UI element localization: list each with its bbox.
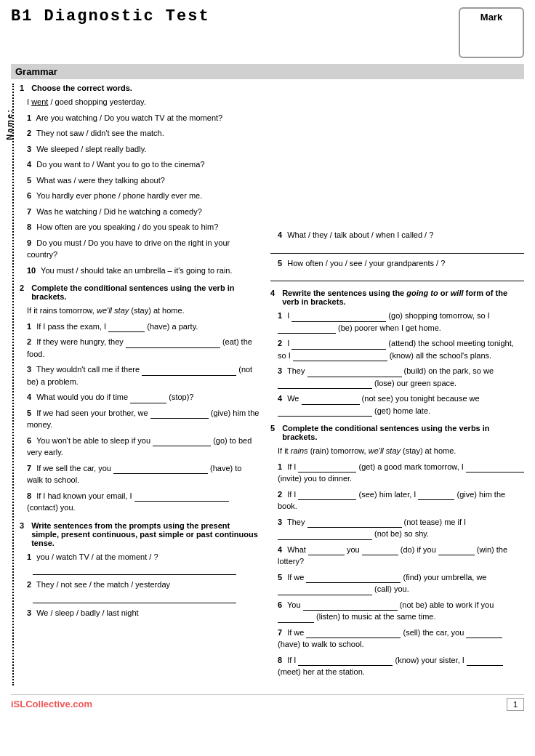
q5-item-8: 8 If I (know) your sister, I (meet) her … (278, 654, 524, 678)
q1-item-6: 6 You hardly ever phone / phone hardly e… (27, 190, 260, 202)
q5-example: If it rains (rain) tomorrow, we'll stay … (278, 445, 524, 457)
mark-box: Mark (459, 7, 524, 58)
question-1-block: 1 Choose the correct words. I went / goe… (20, 84, 260, 276)
q4-number: 4 (270, 289, 275, 297)
q3-item-5: 5 How often / you / see / your grandpare… (278, 257, 524, 270)
q5-item-5: 5 If we (find) your umbrella, we (call) … (278, 571, 524, 595)
q2-item-6: 6 You won't be able to sleep if you (go)… (27, 435, 260, 459)
q5-item-2: 2 If I (see) him later, I (give) him the… (278, 488, 524, 512)
q3-item-2: 2 They / not see / the match / yesterday (27, 579, 260, 591)
question-2-block: 2 Complete the conditional sentences usi… (20, 284, 260, 514)
q4-item-3: 3 They (build) on the park, so we (lose)… (278, 365, 524, 389)
page-number: 1 (507, 698, 524, 711)
q1-item-3: 3 We sleeped / slept really badly. (27, 143, 260, 156)
q2-item-2: 2 If they were hungry, they (eat) the fo… (27, 336, 260, 360)
q2-item-8: 8 If I had known your email, I (contact)… (27, 490, 260, 514)
header: B1 Diagnostic Test Mark (11, 7, 524, 58)
q3-right-block: 4 What / they / talk about / when I call… (270, 229, 524, 281)
page: B1 Diagnostic Test Mark Grammar Name: 1 … (11, 7, 524, 711)
q3-number: 3 (20, 521, 24, 530)
q5-item-7: 7 If we (sell) the car, you (have) to wa… (278, 627, 524, 651)
q3-line-1[interactable] (33, 566, 236, 575)
q1-number: 1 (20, 84, 24, 92)
q5-instruction: Complete the conditional sentences using… (282, 424, 524, 441)
q2-item-4: 4 What would you do if time (stop)? (27, 391, 260, 403)
q2-instruction: Complete the conditional sentences using… (31, 284, 260, 301)
q5-item-4: 4 What you (do) if you (win) the lottery… (278, 544, 524, 568)
q4-item-4: 4 We (not see) you tonight because we (g… (278, 393, 524, 417)
name-label: Name: (5, 108, 14, 140)
q2-number: 2 (20, 284, 24, 292)
q3-line-2[interactable] (33, 595, 236, 603)
q2-example: If it rains tomorrow, we'll stay (stay) … (27, 305, 260, 317)
q1-item-9: 9 Do you must / Do you have to drive on … (27, 237, 260, 261)
q5-item-6: 6 You (not be) able to work if you (list… (278, 599, 524, 623)
q1-item-5: 5 What was / were they talking about? (27, 174, 260, 187)
q5-item-3: 3 They (not tease) me if I (not be) so s… (278, 516, 524, 540)
q1-item-1: 1 Are you watching / Do you watch TV at … (27, 112, 260, 124)
footer-logo-text: Collective.com (25, 699, 92, 709)
q1-instruction: Choose the correct words. (31, 84, 132, 92)
q5-number: 5 (270, 424, 275, 433)
section-title: Grammar (11, 64, 524, 79)
q2-item-1: 1 If I pass the exam, I (have) a party. (27, 321, 260, 333)
q1-example: I went / goed shopping yesterday. (27, 96, 260, 108)
q3-item-4: 4 What / they / talk about / when I call… (278, 229, 524, 241)
footer-logo: iSLCollective.com (11, 699, 92, 709)
q1-item-2: 2 They not saw / didn't see the match. (27, 127, 260, 140)
q3-line-5[interactable] (270, 273, 524, 281)
page-title: B1 Diagnostic Test (11, 7, 210, 25)
page-footer: iSLCollective.com 1 (11, 694, 524, 711)
content-columns: Name: 1 Choose the correct words. I went… (11, 84, 524, 685)
question-5-block: 5 Complete the conditional sentences usi… (270, 424, 524, 678)
q3-item-1: 1 you / watch TV / at the moment / ? (27, 551, 260, 563)
left-column: Name: 1 Choose the correct words. I went… (12, 84, 260, 685)
q2-item-3: 3 They wouldn't call me if there (not be… (27, 363, 260, 387)
question-4-block: 4 Rewrite the sentences using the going … (270, 289, 524, 417)
q3-instruction: Write sentences from the prompts using t… (31, 521, 260, 547)
q4-item-2: 2 I (attend) the school meeting tonight,… (278, 337, 524, 361)
q1-item-4: 4 Do you want to / Want you to go to the… (27, 158, 260, 171)
q1-item-10: 10 You must / should take an umbrella – … (27, 265, 260, 277)
q2-item-7: 7 If we sell the car, you (have) to walk… (27, 462, 260, 486)
mark-label: Mark (480, 12, 502, 23)
q3-item-3: 3 We / sleep / badly / last night (27, 607, 260, 619)
q3-line-4[interactable] (270, 245, 524, 254)
q1-item-7: 7 Was he watching / Did he watching a co… (27, 206, 260, 218)
right-column: 4 What / they / talk about / when I call… (270, 84, 524, 685)
q5-item-1: 1 If I (get) a good mark tomorrow, I (in… (278, 461, 524, 485)
question-3-block: 3 Write sentences from the prompts using… (20, 521, 260, 619)
q4-item-1: 1 I (go) shopping tomorrow, so I (be) po… (278, 310, 524, 334)
q4-instruction: Rewrite the sentences using the going to… (282, 289, 524, 306)
q2-item-5: 5 If we had seen your brother, we (give)… (27, 407, 260, 431)
q1-item-8: 8 How often are you speaking / do you sp… (27, 221, 260, 233)
